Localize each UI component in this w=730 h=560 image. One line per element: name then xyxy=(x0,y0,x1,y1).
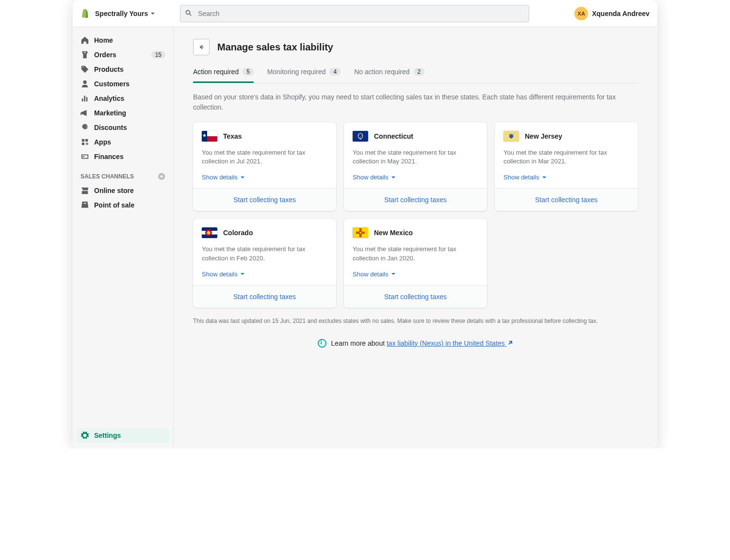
orders-icon xyxy=(81,50,89,59)
flag-new-mexico-icon xyxy=(353,227,368,238)
chevron-down-icon xyxy=(390,271,396,277)
gear-icon xyxy=(81,431,89,440)
megaphone-icon xyxy=(81,109,89,117)
state-requirement-text: You met the state requirement for tax co… xyxy=(202,245,327,262)
sidebar: Home Orders15 Products Customers Analyti… xyxy=(73,27,174,448)
state-requirement-text: You met the state requirement for tax co… xyxy=(353,148,478,166)
start-collecting-link[interactable]: Start collecting taxes xyxy=(233,196,296,204)
learn-more-link[interactable]: tax liability (Nexus) in the United Stat… xyxy=(387,339,513,347)
pos-icon xyxy=(81,201,89,209)
nav-products[interactable]: Products xyxy=(73,62,173,77)
start-collecting-link[interactable]: Start collecting taxes xyxy=(384,293,447,301)
sales-channels-heading: SALES CHANNELS xyxy=(73,164,173,183)
state-requirement-text: You met the state requirement for tax co… xyxy=(503,148,629,166)
store-icon xyxy=(81,186,89,195)
data-footnote: This data was last updated on 15 Jun, 20… xyxy=(193,318,638,324)
tabs: Action required5 Monitoring required4 No… xyxy=(193,68,638,83)
user-menu[interactable]: XA Xquenda Andreev xyxy=(574,7,649,20)
user-name: Xquenda Andreev xyxy=(592,10,649,17)
state-name: New Mexico xyxy=(374,229,413,237)
nav-discounts[interactable]: Discounts xyxy=(73,120,173,135)
store-name: Spectrally Yours xyxy=(95,10,148,17)
show-details-link[interactable]: Show details xyxy=(353,271,396,278)
show-details-link[interactable]: Show details xyxy=(353,174,396,181)
nav-orders[interactable]: Orders15 xyxy=(73,48,173,62)
chevron-down-icon xyxy=(151,13,155,16)
svg-point-8 xyxy=(360,136,361,137)
tab-description: Based on your store's data in Shopify, y… xyxy=(193,92,638,112)
flag-texas-icon xyxy=(202,131,217,142)
search-input[interactable] xyxy=(180,5,529,22)
state-name: Connecticut xyxy=(374,132,413,140)
main-content: Manage sales tax liability Action requir… xyxy=(174,27,657,448)
start-collecting-link[interactable]: Start collecting taxes xyxy=(535,196,598,204)
flag-connecticut-icon xyxy=(353,131,368,142)
avatar: XA xyxy=(574,7,588,20)
svg-point-7 xyxy=(361,135,362,136)
start-collecting-link[interactable]: Start collecting taxes xyxy=(233,293,296,301)
home-icon xyxy=(81,36,89,45)
nav-settings[interactable]: Settings xyxy=(77,428,169,443)
top-bar: Spectrally Yours XA Xquenda Andreev xyxy=(73,0,657,27)
show-details-link[interactable]: Show details xyxy=(202,271,245,278)
state-card: Texas You met the state requirement for … xyxy=(193,122,336,211)
chevron-down-icon xyxy=(240,175,245,180)
chevron-down-icon xyxy=(240,271,245,277)
state-card: New Mexico You met the state requirement… xyxy=(344,219,487,307)
start-collecting-link[interactable]: Start collecting taxes xyxy=(384,196,447,204)
state-requirement-text: You met the state requirement for tax co… xyxy=(353,245,478,262)
nav-home[interactable]: Home xyxy=(73,33,173,48)
orders-badge: 15 xyxy=(151,51,165,59)
flag-colorado-icon xyxy=(202,227,217,238)
flag-new-jersey-icon xyxy=(503,131,519,142)
arrow-left-icon xyxy=(197,43,205,51)
state-card: Colorado You met the state requirement f… xyxy=(193,219,336,307)
nav-finances[interactable]: Finances xyxy=(73,149,173,164)
page-title: Manage sales tax liability xyxy=(217,42,333,53)
discount-icon xyxy=(81,123,89,132)
analytics-icon xyxy=(81,94,89,103)
add-channel-icon[interactable] xyxy=(158,173,165,180)
state-card: New Jersey You met the state requirement… xyxy=(495,122,638,211)
state-cards-grid: Texas You met the state requirement for … xyxy=(193,122,638,308)
nav-point-of-sale[interactable]: Point of sale xyxy=(73,198,173,212)
state-name: Texas xyxy=(223,132,242,140)
shopify-logo-icon xyxy=(81,9,89,18)
svg-rect-3 xyxy=(207,136,217,142)
nav-apps[interactable]: Apps xyxy=(73,135,173,149)
chevron-down-icon xyxy=(541,175,547,180)
store-selector[interactable]: Spectrally Yours xyxy=(95,10,155,17)
svg-point-6 xyxy=(358,135,359,136)
svg-point-13 xyxy=(207,231,211,235)
person-icon xyxy=(81,80,89,88)
state-card: Connecticut You met the state requiremen… xyxy=(344,122,487,211)
back-button[interactable] xyxy=(193,39,210,55)
tab-action-required[interactable]: Action required5 xyxy=(193,68,254,83)
nav-analytics[interactable]: Analytics xyxy=(73,91,173,106)
apps-icon xyxy=(81,138,89,146)
info-icon xyxy=(318,339,326,348)
chevron-down-icon xyxy=(390,175,396,180)
nav-online-store[interactable]: Online store xyxy=(73,183,173,198)
show-details-link[interactable]: Show details xyxy=(202,174,245,181)
search-icon xyxy=(185,9,193,17)
state-name: New Jersey xyxy=(525,132,562,140)
state-requirement-text: You met the state requirement for tax co… xyxy=(202,148,327,166)
external-link-icon xyxy=(507,340,513,346)
svg-rect-2 xyxy=(207,131,217,136)
tab-monitoring-required[interactable]: Monitoring required4 xyxy=(267,68,341,83)
tab-no-action-required[interactable]: No action required2 xyxy=(354,68,424,83)
nav-marketing[interactable]: Marketing xyxy=(73,106,173,120)
learn-more-row: Learn more about tax liability (Nexus) i… xyxy=(193,339,638,348)
finances-icon xyxy=(81,152,89,161)
show-details-link[interactable]: Show details xyxy=(503,174,547,181)
state-name: Colorado xyxy=(223,229,253,237)
nav-customers[interactable]: Customers xyxy=(73,77,173,91)
tag-icon xyxy=(81,65,89,74)
